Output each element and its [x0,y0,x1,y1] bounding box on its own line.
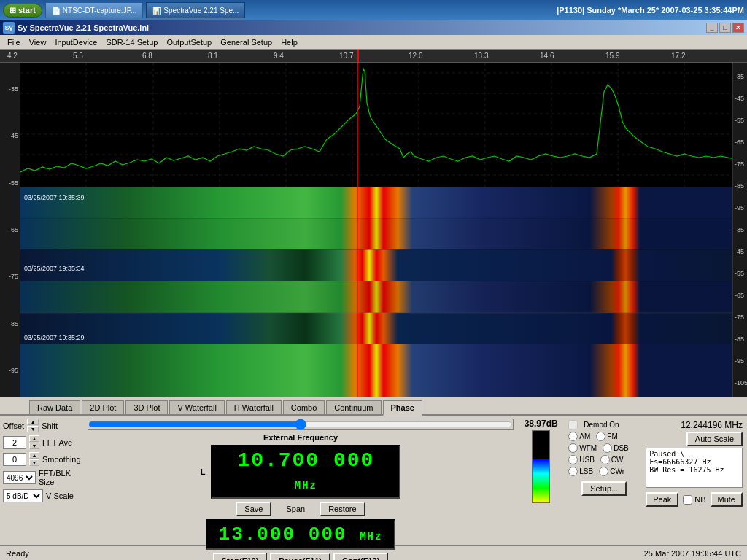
minimize-button[interactable]: _ [706,23,718,33]
window-controls: _ □ ✕ [706,23,744,33]
auto-scale-row: Auto Scale [646,432,743,446]
waterfall-svg: 03/25/2007 19:35:39 03/25/2007 19:35:34 … [20,187,732,397]
app-title-text: Sy SpectraVue 2.21 SpectraVue.ini [18,23,149,32]
svg-text:03/25/2007 19:35:34: 03/25/2007 19:35:34 [24,265,85,272]
usb-radio: USB [568,455,595,464]
freq-label-3: 8.1 [208,52,218,60]
fm-radio: FM [596,432,617,441]
svg-rect-0 [20,63,732,187]
main-display: 03/25/2007 19:35:39 03/25/2007 19:35:34 … [20,63,732,397]
svg-rect-18 [20,187,732,218]
fft-blk-select[interactable]: 4096 2048 1024 512 [3,471,36,484]
lsb-radio: LSB [568,467,593,476]
app-title-left: Sy Sy SpectraVue 2.21 SpectraVue.ini [3,22,149,34]
menu-view[interactable]: View [25,36,51,48]
dsb-radio-input[interactable] [603,443,612,453]
lsb-radio-input[interactable] [568,467,578,476]
menu-inputdevice[interactable]: InputDevice [50,36,101,48]
tab-h-waterfall[interactable]: H Waterfall [226,400,282,414]
tab-v-waterfall[interactable]: V Waterfall [169,400,224,414]
taskbar-item-1[interactable]: 📄 NTSC-DT-capture.JP... [45,2,144,18]
nb-checkbox-item: NB [683,495,705,505]
left-controls: Offset ▲ ▼ Shift ▲ ▼ FFT Ave ▲ ▼ Smoothi… [3,419,83,542]
display-area: -35 -45 -55 -65 -75 -85 -95 [0,63,747,397]
taskbar-clock: |P1130| Sunday *March 25* 2007-03-25 3:3… [557,6,744,15]
app-title-bar: Sy Sy SpectraVue 2.21 SpectraVue.ini _ □… [0,20,747,35]
peak-mute-row: Peak NB Mute [646,492,743,507]
signal-meter-panel: 38.97dB [518,419,564,542]
tab-raw-data[interactable]: Raw Data [29,400,80,414]
demod-on-row: Demod On [568,420,640,429]
freq-label-7: 13.3 [474,52,488,60]
app-icon: Sy [3,22,15,34]
menu-help[interactable]: Help [276,36,302,48]
freq-slider-track [88,419,514,430]
usb-cw-row: USB CW [568,455,640,464]
db-readout: 38.97dB [525,419,558,429]
cw-radio-input[interactable] [600,455,610,464]
maximize-button[interactable]: □ [719,23,731,33]
status-text: Paused \ Fs=66666327 Hz BW Res = 16275 H… [646,448,743,488]
pause-button[interactable]: Pause(F11) [270,553,330,560]
menu-file[interactable]: File [3,36,25,48]
freq-slider[interactable] [88,419,513,429]
fft-ave-input[interactable] [3,436,26,449]
taskbar-icon-2: 📊 [152,7,161,15]
stop-button[interactable]: Stop(F10) [213,553,268,560]
save-button[interactable]: Save [236,502,271,516]
signal-bar [533,459,549,502]
tab-combo[interactable]: Combo [283,400,325,414]
fft-ave-up-button[interactable]: ▲ [29,435,39,442]
nb-checkbox[interactable] [683,495,692,505]
freq-label-0: 4.2 [7,52,18,60]
setup-button[interactable]: Setup... [581,481,627,496]
taskbar: ⊞ start 📄 NTSC-DT-capture.JP... 📊 Spectr… [0,0,747,20]
menu-sdr14setup[interactable]: SDR-14 Setup [101,36,162,48]
start-button[interactable]: ⊞ start [3,4,42,18]
usb-radio-input[interactable] [568,455,578,464]
auto-scale-button[interactable]: Auto Scale [686,432,743,446]
restore-button[interactable]: Restore [320,502,365,516]
offset-up-button[interactable]: ▲ [27,419,39,425]
svg-rect-22 [20,313,732,344]
mute-button[interactable]: Mute [711,492,743,507]
tab-continuum[interactable]: Continuum [326,400,381,414]
am-radio-input[interactable] [568,432,578,441]
smoothing-input[interactable] [3,453,26,466]
fft-ave-down-button[interactable]: ▼ [29,443,39,449]
fm-radio-input[interactable] [596,432,605,441]
smoothing-row: ▲ ▼ Smoothing [3,452,83,466]
smoothing-down-button[interactable]: ▼ [29,459,39,466]
tab-3d-plot[interactable]: 3D Plot [125,400,168,414]
v-scale-select[interactable]: 5 dB/D 10 dB/D 2 dB/D [3,489,43,502]
svg-rect-23 [20,344,732,397]
windows-icon: ⊞ [9,6,16,15]
tab-phase[interactable]: Phase [383,400,422,416]
menu-outputsetup[interactable]: OutputSetup [162,36,216,48]
freq-label-1: 5.5 [73,52,83,60]
cw-radio: CW [600,455,624,464]
smoothing-up-button[interactable]: ▲ [29,452,39,459]
demod-section: Demod On AM FM WFM DSB [567,419,641,542]
cont-button[interactable]: Cont(F12) [333,553,388,560]
peak-button[interactable]: Peak [646,492,678,507]
offset-down-button[interactable]: ▼ [27,426,39,432]
tab-2d-plot[interactable]: 2D Plot [82,400,124,414]
controls-area: Offset ▲ ▼ Shift ▲ ▼ FFT Ave ▲ ▼ Smoothi… [0,416,747,545]
freq-label-6: 12.0 [409,52,422,60]
smoothing-label: Smoothing [42,455,81,464]
offset-label: Offset [3,421,24,430]
cwr-radio-input[interactable] [599,467,608,476]
ext-freq-label: External Frequency [263,433,338,442]
close-button[interactable]: ✕ [732,23,744,33]
taskbar-item-2[interactable]: 📊 SpectraVue 2.21 Spe... [146,2,245,18]
offset-shift-row: Offset ▲ ▼ Shift [3,419,83,432]
main-frequency-display: 10.700 000 MHz [211,445,400,499]
right-controls: 38.97dB Demod On AM FM [518,419,744,542]
wfm-radio-input[interactable] [568,443,578,453]
db-scale-right: -35 -45 -55 -65 -75 -85 -95 -35 -45 -55 … [732,63,747,397]
span-frequency-display: 13.000 000 MHz [206,519,395,550]
menu-generalsetup[interactable]: General Setup [216,36,276,48]
demod-on-checkbox[interactable] [568,420,578,429]
frequency-axis: 4.2 5.5 6.8 8.1 9.4 10.7 12.0 13.3 14.6 … [0,50,747,63]
